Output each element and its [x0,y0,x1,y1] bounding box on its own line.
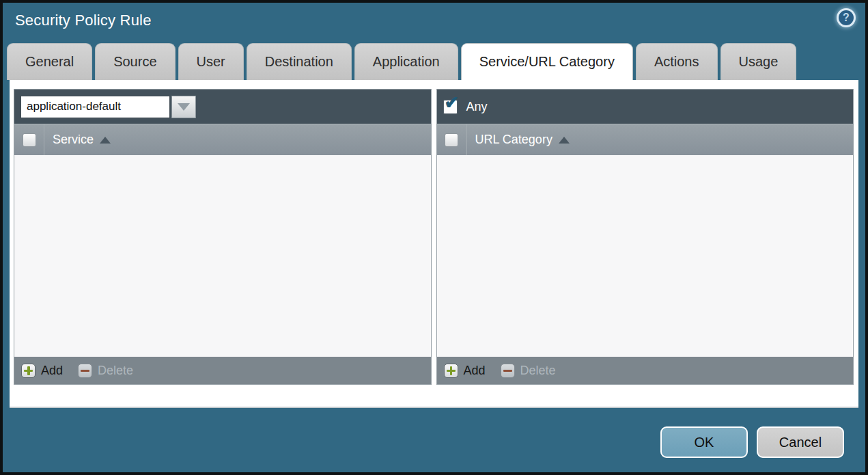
url-category-any-bar: ✔ Any [437,90,854,124]
minus-icon [78,364,92,378]
service-delete-button: Delete [78,364,133,378]
delete-label: Delete [98,364,133,378]
dialog-action-buttons: OK Cancel [660,426,844,458]
service-select-all-checkbox[interactable] [23,133,36,147]
service-panel: Service Add Delete [14,89,432,385]
any-label: Any [466,100,488,114]
minus-icon [501,364,515,378]
url-category-select-all-cell [437,124,467,155]
url-category-add-button[interactable]: Add [444,364,486,378]
url-category-footer-toolbar: Add Delete [437,357,854,384]
add-label: Add [41,364,63,378]
service-column-label: Service [53,133,94,147]
tab-service-url-category[interactable]: Service/URL Category [461,43,633,80]
sort-ascending-icon [559,137,570,144]
url-category-column-header[interactable]: URL Category [437,124,854,155]
any-checkbox[interactable]: ✔ [443,100,458,114]
service-list-empty [14,155,431,357]
question-mark-glyph: ? [843,12,850,24]
sort-ascending-icon [100,137,111,144]
dialog-title: Security Policy Rule [15,12,152,29]
ok-button[interactable]: OK [660,426,748,458]
service-type-dropdown-input[interactable] [20,96,170,118]
url-category-panel: ✔ Any URL Category Add [436,89,854,385]
tab-application[interactable]: Application [354,43,458,80]
service-column-header[interactable]: Service [14,124,431,155]
tab-actions[interactable]: Actions [636,43,718,80]
url-category-column-label: URL Category [475,133,552,147]
checkmark-icon: ✔ [445,94,460,111]
service-footer-toolbar: Add Delete [14,357,431,384]
tab-source[interactable]: Source [95,43,175,80]
chevron-down-icon [178,103,190,111]
tab-destination[interactable]: Destination [247,43,352,80]
add-label: Add [464,364,486,378]
service-add-button[interactable]: Add [21,364,63,378]
url-category-delete-button: Delete [501,364,556,378]
delete-label: Delete [520,364,556,378]
url-category-select-all-checkbox[interactable] [445,133,458,147]
tab-content-service-url-category: Service Add Delete [10,80,858,408]
service-dropdown-bar [14,90,431,124]
url-category-list-empty [437,155,854,357]
tab-bar: General Source User Destination Applicat… [7,43,796,80]
service-select-all-cell [14,124,44,155]
tab-usage[interactable]: Usage [720,43,797,80]
service-type-dropdown-button[interactable] [171,96,196,118]
plus-icon [21,364,36,378]
plus-icon [444,364,458,378]
tab-general[interactable]: General [7,43,92,80]
cancel-button[interactable]: Cancel [757,426,844,458]
help-icon[interactable]: ? [837,8,856,27]
security-policy-rule-dialog: Security Policy Rule ? General Source Us… [0,0,868,475]
tab-user[interactable]: User [178,43,244,80]
